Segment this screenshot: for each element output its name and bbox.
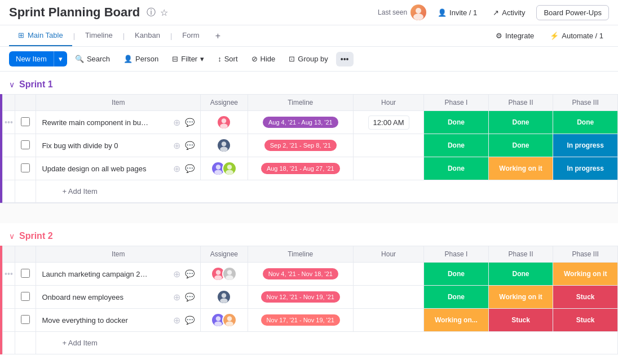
svg-point-6 bbox=[216, 165, 220, 169]
phase3-col-header: Phase III bbox=[553, 95, 618, 111]
sprint-2-chevron-icon: ∨ bbox=[9, 232, 15, 241]
sprint-1-title: Sprint 1 bbox=[19, 79, 53, 90]
svg-point-19 bbox=[226, 322, 234, 326]
item-text: Fix bug with divide by 0 bbox=[42, 141, 169, 150]
sprint-1-table-wrapper: Item Assignee Timeline Hour Phase I Phas… bbox=[0, 94, 618, 203]
hour-value: 12:00 AM bbox=[368, 116, 409, 130]
item-chat-icon[interactable]: 💬 bbox=[185, 164, 195, 173]
add-subitem-icon[interactable]: ⊕ bbox=[173, 163, 180, 174]
sprint-1-table: Item Assignee Timeline Hour Phase I Phas… bbox=[2, 94, 618, 203]
svg-point-9 bbox=[226, 170, 234, 175]
star-icon[interactable]: ☆ bbox=[160, 7, 168, 18]
row-checkbox[interactable] bbox=[21, 315, 30, 324]
add-subitem-icon[interactable]: ⊕ bbox=[173, 315, 180, 326]
timeline-cell: Nov 17, '21 - Nov 19, '21 bbox=[248, 309, 354, 332]
sprint-2-table: Item Assignee Timeline Hour Phase I Phas… bbox=[2, 246, 618, 354]
row-checkbox[interactable] bbox=[21, 140, 30, 149]
svg-point-2 bbox=[222, 118, 226, 123]
item-text: Launch marketing campaign 2… bbox=[42, 270, 169, 278]
table-row: ••• Launch marketing campaign 2… ⊕ 💬 Nov… bbox=[3, 263, 618, 286]
add-item-dot bbox=[3, 332, 15, 354]
info-icon[interactable]: ⓘ bbox=[147, 7, 156, 19]
table-row: Fix bug with divide by 0 ⊕ 💬 Sep 2, '21 … bbox=[3, 134, 618, 157]
invite-button[interactable]: 👤 Invite / 1 bbox=[433, 6, 482, 19]
add-subitem-icon[interactable]: ⊕ bbox=[173, 117, 180, 128]
svg-point-15 bbox=[220, 299, 228, 303]
assignee-avatar bbox=[217, 115, 231, 130]
sprint-2-header[interactable]: ∨ Sprint 2 bbox=[0, 223, 618, 246]
add-item-cell: + Add Item bbox=[36, 332, 618, 354]
dot-menu-cell bbox=[3, 134, 15, 157]
s2-timeline-col-header: Timeline bbox=[248, 246, 354, 263]
automate-button[interactable]: ⚡ Automate / 1 bbox=[544, 29, 609, 42]
phase1-cell: Working on... bbox=[424, 309, 489, 332]
dot-menu-icon[interactable]: ••• bbox=[5, 269, 13, 278]
activity-button[interactable]: ↗ Activity bbox=[488, 6, 529, 19]
item-cell: Move everything to docker ⊕ 💬 bbox=[36, 309, 201, 332]
sort-button[interactable]: ↕ Sort bbox=[212, 52, 243, 66]
item-chat-icon[interactable]: 💬 bbox=[185, 141, 195, 150]
row-checkbox[interactable] bbox=[21, 163, 30, 172]
tab-main-table[interactable]: ⊞ Main Table bbox=[9, 25, 72, 46]
add-subitem-icon[interactable]: ⊕ bbox=[173, 292, 180, 303]
tab-form[interactable]: Form bbox=[173, 25, 208, 46]
person-button[interactable]: 👤 Person bbox=[118, 52, 164, 66]
power-ups-button[interactable]: Board Power-Ups bbox=[536, 5, 609, 20]
phase3-status-badge: Working on it bbox=[553, 263, 617, 285]
add-subitem-icon[interactable]: ⊕ bbox=[173, 140, 180, 151]
phase3-cell: In progress bbox=[553, 134, 618, 157]
top-header: Sprint Planning Board ⓘ ☆ Last seen 👤 In… bbox=[0, 0, 618, 25]
phase3-cell: In progress bbox=[553, 157, 618, 180]
checkbox-cell bbox=[15, 263, 36, 286]
last-seen: Last seen bbox=[378, 5, 426, 20]
phase2-status-badge: Working on it bbox=[489, 157, 553, 180]
sprint2-column-headers: Item Assignee Timeline Hour Phase I Phas… bbox=[3, 246, 618, 263]
tab-timeline[interactable]: Timeline bbox=[76, 25, 122, 46]
timeline-cell: Sep 2, '21 - Sep 8, '21 bbox=[248, 134, 354, 157]
more-options-button[interactable]: ••• bbox=[336, 52, 354, 66]
assignee-col-header: Assignee bbox=[201, 95, 248, 111]
dot-menu-icon[interactable]: ••• bbox=[5, 118, 13, 127]
add-item-button[interactable]: + Add Item bbox=[36, 181, 617, 202]
check-col-header bbox=[15, 95, 36, 111]
add-item-check bbox=[15, 332, 36, 354]
dot-menu-cell: ••• bbox=[3, 263, 15, 286]
item-cell: Launch marketing campaign 2… ⊕ 💬 bbox=[36, 263, 201, 286]
hour-cell bbox=[354, 263, 424, 286]
row-checkbox[interactable] bbox=[21, 269, 30, 278]
phase3-cell: Done bbox=[553, 111, 618, 134]
item-text: Update design on all web pages bbox=[42, 165, 169, 173]
item-chat-icon[interactable]: 💬 bbox=[185, 316, 195, 325]
hour-cell bbox=[354, 157, 424, 180]
add-item-cell: + Add Item bbox=[36, 180, 618, 203]
group-by-button[interactable]: ⊡ Group by bbox=[283, 52, 333, 66]
assignee-avatar bbox=[222, 313, 237, 327]
sprint-1-header[interactable]: ∨ Sprint 1 bbox=[0, 72, 618, 94]
item-chat-icon[interactable]: 💬 bbox=[185, 292, 195, 301]
assignee-avatar bbox=[217, 138, 231, 153]
tab-add-button[interactable]: + bbox=[209, 26, 227, 46]
s2-assignee-col-header: Assignee bbox=[201, 246, 248, 263]
row-checkbox[interactable] bbox=[21, 117, 30, 126]
group-by-icon: ⊡ bbox=[289, 55, 295, 63]
filter-button[interactable]: ⊟ Filter ▾ bbox=[166, 52, 210, 66]
add-item-button[interactable]: + Add Item bbox=[36, 333, 617, 353]
checkbox-cell bbox=[15, 286, 36, 309]
hide-button[interactable]: ⊘ Hide bbox=[246, 52, 281, 66]
integrate-button[interactable]: ⚙ Integrate bbox=[490, 29, 540, 42]
item-chat-icon[interactable]: 💬 bbox=[185, 118, 195, 127]
add-subitem-icon[interactable]: ⊕ bbox=[173, 269, 180, 279]
item-chat-icon[interactable]: 💬 bbox=[185, 269, 195, 278]
timeline-badge: Aug 18, '21 - Aug 27, '21 bbox=[261, 163, 340, 174]
svg-point-16 bbox=[216, 316, 220, 321]
row-checkbox[interactable] bbox=[21, 292, 30, 301]
dot-col-header bbox=[3, 95, 15, 111]
item-cell: Fix bug with divide by 0 ⊕ 💬 bbox=[36, 134, 201, 157]
phase2-cell: Done bbox=[488, 111, 553, 134]
tab-kanban[interactable]: Kanban bbox=[126, 25, 169, 46]
new-item-label[interactable]: New Item bbox=[9, 51, 54, 66]
search-button[interactable]: 🔍 Search bbox=[69, 52, 116, 66]
new-item-button[interactable]: New Item ▾ bbox=[9, 51, 67, 66]
svg-point-18 bbox=[227, 316, 232, 321]
new-item-chevron-icon[interactable]: ▾ bbox=[54, 51, 67, 66]
